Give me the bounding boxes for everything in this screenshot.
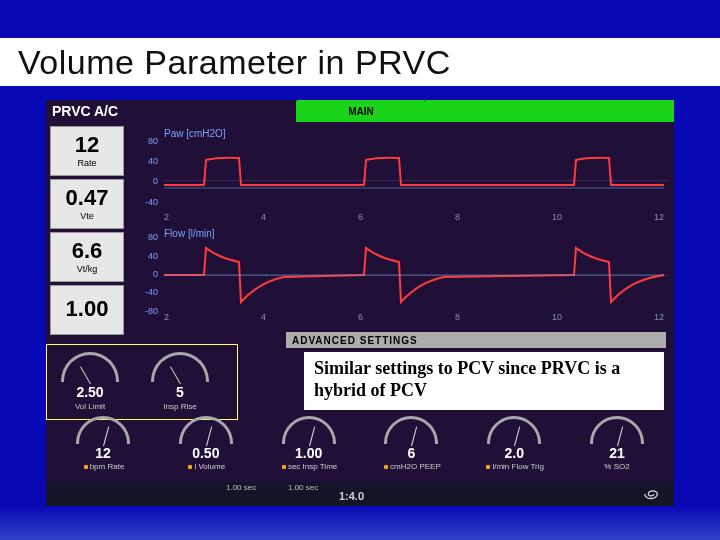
- gauge-insp-time-value: 1.00: [295, 445, 322, 461]
- gauge-arc-icon: [151, 352, 209, 382]
- xtick: 4: [261, 312, 266, 322]
- gauge-insp-rise-value: 5: [176, 384, 184, 400]
- xtick: 8: [455, 212, 460, 222]
- xtick: 2: [164, 212, 169, 222]
- waveform-area: Paw [cmH2O] 80 40 0 -40 2 4 6 8 10: [130, 128, 668, 328]
- waveform-paw: Paw [cmH2O] 80 40 0 -40 2 4 6 8 10: [130, 128, 668, 220]
- mode-bar: PRVC A/C MAIN: [46, 100, 674, 122]
- gauge-peep-label: cmH2O PEEP: [382, 463, 441, 472]
- param-rate-label: Rate: [77, 159, 96, 168]
- swirl-icon: [640, 485, 662, 503]
- callout-box: Similar settings to PCV since PRVC is a …: [304, 352, 664, 410]
- xtick: 12: [654, 312, 664, 322]
- gauge-arc-icon: [76, 416, 130, 444]
- ytick: 80: [148, 136, 158, 146]
- ytick: -80: [145, 306, 158, 316]
- gauge-rate-value: 12: [95, 445, 111, 461]
- gauge-rate-label: bpm Rate: [82, 463, 125, 472]
- gauge-arc-icon: [179, 416, 233, 444]
- mode-bar-spacer: [156, 100, 296, 122]
- param-rate[interactable]: 12 Rate: [50, 126, 124, 176]
- footer-ie-ratio: 1:4.0: [339, 490, 364, 502]
- ytick: 0: [153, 176, 158, 186]
- slide-footer-decoration: [0, 506, 720, 540]
- param-column: 12 Rate 0.47 Vte 6.6 Vt/kg 1.00: [50, 126, 124, 335]
- waveform-flow-svg: [164, 240, 664, 310]
- waveform-paw-svg: [164, 140, 664, 210]
- param-vte[interactable]: 0.47 Vte: [50, 179, 124, 229]
- xtick: 12: [654, 212, 664, 222]
- advanced-settings-row: 2.50 Vol Limit 5 Insp Rise: [52, 352, 218, 411]
- param-vte-label: Vte: [80, 212, 94, 221]
- gauge-so2-value: 21: [609, 445, 625, 461]
- xtick: 6: [358, 212, 363, 222]
- gauge-volume[interactable]: 0.50 l Volume: [167, 416, 245, 480]
- waveform-paw-yaxis: 80 40 0 -40: [130, 128, 160, 220]
- xtick: 10: [552, 312, 562, 322]
- param-extra-value: 1.00: [66, 298, 109, 320]
- ytick: 80: [148, 232, 158, 242]
- gauge-insp-rise[interactable]: 5 Insp Rise: [142, 352, 218, 411]
- callout-text: Similar settings to PCV since PRVC is a …: [314, 358, 620, 400]
- param-extra[interactable]: 1.00: [50, 285, 124, 335]
- ytick: 40: [148, 156, 158, 166]
- ytick: 40: [148, 251, 158, 261]
- param-vte-value: 0.47: [66, 187, 109, 209]
- gauge-insp-rise-label: Insp Rise: [163, 402, 196, 411]
- mode-label[interactable]: PRVC A/C: [46, 100, 156, 122]
- xtick: 2: [164, 312, 169, 322]
- waveform-flow-yaxis: 80 40 0 -40 -80: [130, 228, 160, 320]
- gauge-flow-trig-value: 2.0: [504, 445, 523, 461]
- slide-title: Volume Parameter in PRVC: [18, 43, 451, 82]
- ytick: -40: [145, 287, 158, 297]
- gauge-so2[interactable]: 21 % SO2: [578, 416, 656, 480]
- gauge-vol-limit-value: 2.50: [76, 384, 103, 400]
- waveform-flow-title: Flow [l/min]: [164, 228, 215, 239]
- xtick: 10: [552, 212, 562, 222]
- advanced-settings-header: ADVANCED SETTINGS: [286, 332, 666, 348]
- gauge-insp-time-label: sec Insp Time: [280, 463, 337, 472]
- footer-sec1: 1.00 sec: [226, 483, 256, 492]
- gauge-volume-value: 0.50: [192, 445, 219, 461]
- gauge-so2-label: % SO2: [604, 463, 629, 472]
- param-vtkg[interactable]: 6.6 Vt/kg: [50, 232, 124, 282]
- gauge-flow-trig-label: l/min Flow Trig: [484, 463, 544, 472]
- gauge-vol-limit[interactable]: 2.50 Vol Limit: [52, 352, 128, 411]
- waveform-paw-xaxis: 2 4 6 8 10 12: [164, 212, 668, 222]
- gauge-arc-icon: [384, 416, 438, 444]
- gauge-arc-icon: [590, 416, 644, 444]
- param-vtkg-label: Vt/kg: [77, 265, 98, 274]
- xtick: 6: [358, 312, 363, 322]
- tab-main[interactable]: MAIN: [296, 100, 426, 122]
- bottom-gauge-row: 12 bpm Rate 0.50 l Volume 1.00 sec Insp …: [46, 416, 674, 480]
- waveform-paw-title: Paw [cmH2O]: [164, 128, 226, 139]
- ventilator-footer: 1.00 sec 1.00 sec 1:4.0: [46, 482, 674, 506]
- ytick: -40: [145, 197, 158, 207]
- gauge-insp-time[interactable]: 1.00 sec Insp Time: [270, 416, 348, 480]
- slide-title-block: Volume Parameter in PRVC: [0, 38, 720, 86]
- gauge-peep[interactable]: 6 cmH2O PEEP: [372, 416, 450, 480]
- gauge-flow-trig[interactable]: 2.0 l/min Flow Trig: [475, 416, 553, 480]
- gauge-rate[interactable]: 12 bpm Rate: [64, 416, 142, 480]
- ytick: 0: [153, 269, 158, 279]
- gauge-arc-icon: [282, 416, 336, 444]
- param-rate-value: 12: [75, 134, 99, 156]
- waveform-flow-xaxis: 2 4 6 8 10 12: [164, 312, 668, 322]
- waveform-flow: Flow [l/min] 80 40 0 -40 -80 2 4 6: [130, 228, 668, 320]
- gauge-volume-label: l Volume: [186, 463, 225, 472]
- xtick: 8: [455, 312, 460, 322]
- ventilator-screen: PRVC A/C MAIN 12 Rate 0.47 Vte 6.6 Vt/kg…: [46, 100, 674, 506]
- gauge-arc-icon: [61, 352, 119, 382]
- tab-strip: [426, 100, 674, 122]
- gauge-arc-icon: [487, 416, 541, 444]
- footer-sec2: 1.00 sec: [288, 483, 318, 492]
- param-vtkg-value: 6.6: [72, 240, 103, 262]
- gauge-vol-limit-label: Vol Limit: [75, 402, 105, 411]
- xtick: 4: [261, 212, 266, 222]
- gauge-peep-value: 6: [407, 445, 415, 461]
